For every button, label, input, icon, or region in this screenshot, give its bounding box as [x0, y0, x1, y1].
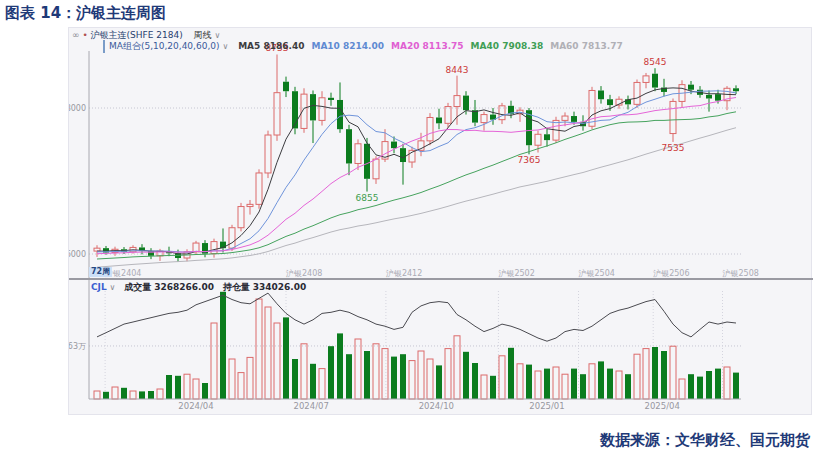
svg-text:7535: 7535: [662, 143, 685, 153]
svg-text:8545: 8545: [644, 57, 667, 67]
period-selector[interactable]: 周线: [194, 30, 212, 40]
report-page: 图表 14：沪银主连周图 873384438545685573657535800…: [0, 0, 814, 459]
ma-line-ma40: [97, 112, 736, 259]
ma-item: MA40 7908.38: [471, 41, 544, 51]
svg-text:沪银2502: 沪银2502: [497, 269, 534, 278]
ma-combo-selector[interactable]: MA组合(5,10,20,40,60,0): [109, 41, 220, 51]
indicator-selector[interactable]: CJL: [91, 282, 107, 292]
volume-header: CJL ∨ 成交量 3268266.00 持仓量 334026.00: [91, 281, 306, 294]
ma-line-ma5: [97, 88, 736, 254]
dot-icon: •: [82, 30, 87, 40]
svg-text:663万: 663万: [69, 342, 86, 351]
svg-text:2024/10: 2024/10: [419, 401, 454, 411]
figure-title: 图表 14：沪银主连周图: [5, 4, 166, 23]
svg-text:2025/04: 2025/04: [645, 401, 680, 411]
ma-item: MA60 7813.77: [550, 41, 623, 51]
svg-text:2024/07: 2024/07: [294, 401, 329, 411]
svg-text:沪银2412: 沪银2412: [385, 269, 422, 278]
svg-text:8000: 8000: [69, 104, 86, 113]
chevron-down-icon[interactable]: ∨: [110, 283, 116, 292]
chevron-down-icon[interactable]: ∨: [214, 31, 220, 40]
svg-text:沪银2504: 沪银2504: [578, 269, 615, 278]
symbol-name[interactable]: 沪银主连(SHFE 2184): [91, 30, 183, 40]
svg-text:6855: 6855: [356, 193, 379, 203]
svg-text:7365: 7365: [518, 155, 541, 165]
bar-count-badge: 72周: [89, 267, 112, 277]
volume-value: 3268266.00: [154, 282, 214, 292]
price-volume-chart[interactable]: 87338443854568557365753580006000663万2024…: [69, 28, 813, 416]
svg-text:6000: 6000: [69, 250, 86, 259]
ma-header: MA组合(5,10,20,40,60,0) ∨ MA5 8186.40MA10 …: [103, 40, 623, 53]
open-interest-label: 持仓量: [223, 282, 250, 292]
link-icon[interactable]: ∞: [72, 30, 80, 40]
svg-text:8443: 8443: [446, 65, 469, 75]
ma-values: MA5 8186.40MA10 8214.00MA20 8113.75MA40 …: [231, 41, 623, 51]
svg-text:2025/01: 2025/01: [529, 401, 564, 411]
svg-text:沪银2506: 沪银2506: [652, 269, 689, 278]
ma-item: MA20 8113.75: [391, 41, 464, 51]
ma-line-ma10: [97, 91, 736, 252]
ma-item: MA5 8186.40: [238, 41, 304, 51]
svg-text:沪银2508: 沪银2508: [722, 269, 759, 278]
open-interest-value: 334026.00: [253, 282, 307, 292]
ma-item: MA10 8214.00: [311, 41, 384, 51]
chevron-down-icon[interactable]: ∨: [222, 42, 228, 51]
ma-line-ma20: [97, 98, 736, 254]
svg-text:2024/04: 2024/04: [178, 401, 213, 411]
data-source: 数据来源：文华财经、国元期货: [600, 431, 810, 450]
wenhua-chart-window: 87338443854568557365753580006000663万2024…: [68, 27, 812, 415]
volume-label: 成交量: [124, 282, 151, 292]
svg-text:沪银2408: 沪银2408: [285, 269, 322, 278]
